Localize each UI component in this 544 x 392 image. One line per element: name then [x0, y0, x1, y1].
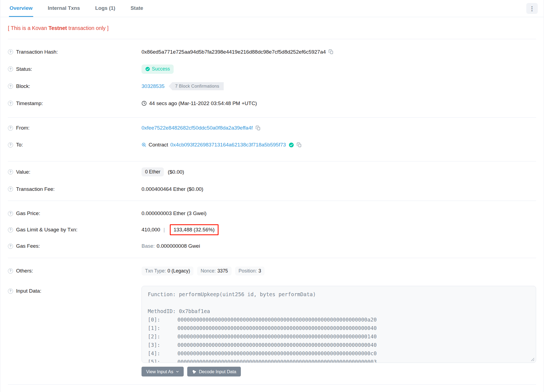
help-icon[interactable]: ?: [8, 125, 13, 131]
tab-overview[interactable]: Overview: [9, 0, 33, 17]
resize-handle[interactable]: [531, 358, 534, 361]
kebab-menu-button[interactable]: ⋮: [526, 3, 538, 14]
divider: [8, 384, 536, 385]
fee-text: 0.000400464 Ether ($0.00): [142, 186, 203, 192]
row-value: ? Value: 0 Ether ($0.00): [8, 163, 536, 180]
input-data-label: ? Input Data:: [8, 286, 142, 294]
input-word: [0]:000000000000000000000000000000000000…: [148, 316, 530, 324]
row-gas-limit-usage: ? Gas Limit & Usage by Txn: 410,000 | 13…: [8, 222, 536, 238]
to-address-link[interactable]: 0x4cb093f226983713164a62138c3f718a5b595f…: [170, 142, 286, 148]
separator: |: [164, 227, 165, 233]
copy-icon[interactable]: [256, 125, 261, 131]
status-badge: Success: [142, 65, 174, 74]
value-label: ? Value:: [8, 169, 142, 175]
section-summary: ? Transaction Hash: 0x86ed5a771e725aa94d…: [0, 39, 544, 117]
row-to: ? To: Contract 0x4cb093f226983713164a621…: [8, 136, 536, 153]
base-fee-label: Base:: [142, 243, 155, 249]
help-icon[interactable]: ?: [8, 186, 13, 192]
method-id: MethodID: 0x7bbaf1ea: [148, 307, 530, 316]
row-transaction-fee: ? Transaction Fee: 0.000400464 Ether ($0…: [8, 180, 536, 198]
input-word: [2]:000000000000000000000000000000000000…: [148, 332, 530, 341]
nonce-badge: Nonce:3375: [197, 267, 231, 275]
others-label: ? Others:: [8, 268, 142, 274]
row-gas-fees: ? Gas Fees: Base: 0.000000008 Gwei: [8, 238, 536, 254]
input-data-textarea[interactable]: Function: performUpkeep(uint256 id, byte…: [142, 286, 536, 363]
label-text: Value:: [16, 169, 30, 175]
help-icon[interactable]: ?: [8, 66, 13, 72]
help-icon[interactable]: ?: [8, 268, 13, 274]
row-block: ? Block: 30328535 7 Block Confirmations: [8, 78, 536, 95]
tab-internal-txns[interactable]: Internal Txns: [47, 0, 81, 17]
transaction-fee-label: ? Transaction Fee:: [8, 186, 142, 192]
help-icon[interactable]: ?: [8, 211, 13, 216]
label-text: Others:: [16, 268, 33, 274]
help-icon[interactable]: ?: [8, 289, 13, 294]
from-label: ? From:: [8, 125, 142, 131]
blank-line: [148, 299, 530, 307]
gas-price-value: 0.000000003 Ether (3 Gwei): [142, 210, 207, 216]
decode-input-data-button[interactable]: Decode Input Data: [187, 367, 241, 376]
section-gas: ? Gas Price: 0.000000003 Ether (3 Gwei) …: [0, 201, 544, 258]
gas-price-label: ? Gas Price:: [8, 210, 142, 216]
function-signature: Function: performUpkeep(uint256 id, byte…: [148, 290, 530, 299]
gas-limit-usage-value: 410,000 | 133,488 (32.56%): [142, 224, 219, 235]
transaction-fee-value: 0.000400464 Ether ($0.00): [142, 186, 203, 192]
usd-amount: ($0.00): [168, 169, 184, 175]
decode-icon: [192, 369, 196, 374]
row-transaction-hash: ? Transaction Hash: 0x86ed5a771e725aa94d…: [8, 43, 536, 60]
label-text: Transaction Hash:: [16, 49, 58, 55]
label-text: Gas Fees:: [16, 243, 40, 249]
row-others: ? Others: Txn Type:0 (Legacy) Nonce:3375…: [8, 262, 536, 279]
label-text: Gas Limit & Usage by Txn:: [16, 227, 78, 233]
row-gas-price: ? Gas Price: 0.000000003 Ether (3 Gwei): [8, 205, 536, 222]
section-value: ? Value: 0 Ether ($0.00) ? Transaction F…: [0, 161, 544, 201]
label-text: Timestamp:: [16, 100, 43, 106]
label-text: From:: [16, 125, 30, 131]
help-icon[interactable]: ?: [8, 84, 13, 89]
copy-icon[interactable]: [297, 142, 302, 148]
help-icon[interactable]: ?: [8, 169, 13, 174]
help-icon[interactable]: ?: [8, 227, 13, 232]
tab-list: Overview Internal Txns Logs (1) State: [9, 0, 158, 17]
testnet-banner: [ This is a Kovan Testnet transaction on…: [0, 17, 544, 39]
transaction-hash-value: 0x86ed5a771e725aa94d5b7fa2398e4419e216d8…: [142, 49, 334, 55]
base-fee-text: 0.000000008 Gwei: [157, 243, 200, 249]
others-value: Txn Type:0 (Legacy) Nonce:3375 Position:…: [142, 267, 268, 275]
help-icon[interactable]: ?: [8, 49, 13, 54]
input-word: [1]:000000000000000000000000000000000000…: [148, 324, 530, 332]
row-status: ? Status: Success: [8, 60, 536, 78]
input-data-actions: View Input As Decode Input Data: [142, 367, 536, 376]
gas-usage-text: 133,488 (32.56%): [174, 227, 215, 233]
copy-icon[interactable]: [328, 49, 334, 54]
check-circle-icon: [145, 67, 150, 71]
testnet-banner-text: [ This is a Kovan Testnet transaction on…: [8, 25, 109, 31]
block-value: 30328535 7 Block Confirmations: [142, 82, 224, 90]
block-number-link[interactable]: 30328535: [142, 83, 165, 89]
help-icon[interactable]: ?: [8, 142, 13, 148]
help-icon[interactable]: ?: [8, 101, 13, 106]
label-text: Input Data:: [16, 288, 41, 294]
transaction-hash: 0x86ed5a771e725aa94d5b7fa2398e4419e216d8…: [142, 49, 326, 55]
zoom-in-contract-icon[interactable]: [142, 142, 146, 147]
txn-type-badge: Txn Type:0 (Legacy): [142, 267, 193, 275]
label-text: Transaction Fee:: [16, 186, 55, 192]
gas-limit-text: 410,000: [142, 227, 160, 233]
gas-limit-label: ? Gas Limit & Usage by Txn:: [8, 227, 142, 233]
section-parties: ? From: 0xfee7522e8482682cf50ddc50a0f8da…: [0, 118, 544, 161]
label-text: Status:: [16, 66, 32, 72]
gas-fees-label: ? Gas Fees:: [8, 243, 142, 249]
tab-state[interactable]: State: [130, 0, 144, 17]
row-timestamp: ? Timestamp: 44 secs ago (Mar-11-2022 03…: [8, 95, 536, 112]
tab-logs[interactable]: Logs (1): [95, 0, 116, 17]
label-text: Block:: [16, 83, 30, 89]
value-value: 0 Ether ($0.00): [142, 167, 184, 176]
chevron-down-icon: [176, 370, 179, 373]
from-address-link[interactable]: 0xfee7522e8482682cf50ddc50a0f8da2a39effa…: [142, 125, 253, 131]
transaction-overview-card: Overview Internal Txns Logs (1) State ⋮ …: [0, 0, 544, 392]
to-value: Contract 0x4cb093f226983713164a62138c3f7…: [142, 142, 302, 148]
contract-word: Contract: [149, 142, 168, 148]
view-input-as-button[interactable]: View Input As: [142, 367, 184, 376]
ether-amount-badge: 0 Ether: [142, 167, 164, 176]
help-icon[interactable]: ?: [8, 244, 13, 249]
timestamp-label: ? Timestamp:: [8, 100, 142, 106]
